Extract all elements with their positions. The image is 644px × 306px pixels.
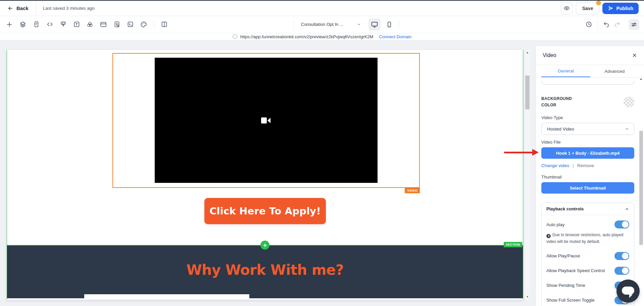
video-file-button[interactable]: Hook 1 + Body - Elizabeth.mp4 <box>541 147 634 159</box>
status-circle-icon <box>233 34 237 39</box>
divider <box>36 1 36 16</box>
scroll-up-arrow[interactable]: ▲ <box>525 50 530 55</box>
video-type-label: Video Type <box>541 115 634 120</box>
last-saved-text: Last saved 3 minutes ago <box>43 6 95 11</box>
page-selector-value: Consultation Opt In ... <box>301 22 343 27</box>
chat-launcher-button[interactable] <box>616 279 640 303</box>
panel-header: Video ✕ <box>536 46 644 65</box>
change-video-link[interactable]: Change video <box>541 163 569 168</box>
desktop-view-button[interactable] <box>368 18 381 31</box>
tab-advanced[interactable]: Advanced <box>590 65 639 77</box>
chevron-down-icon <box>357 22 361 27</box>
arrow-left-icon <box>7 5 13 11</box>
tab-general[interactable]: General <box>541 65 590 77</box>
theme-button[interactable] <box>137 18 150 31</box>
scroll-down-arrow[interactable]: ▼ <box>525 295 530 299</box>
layers-icon <box>19 21 27 28</box>
page-selector-dropdown[interactable]: Consultation Opt In ... <box>301 22 361 27</box>
autoplay-note: iDue to browser restrictions, auto playe… <box>546 232 629 245</box>
eye-icon <box>563 5 570 11</box>
info-icon: i <box>546 234 551 238</box>
toggle-row: Allow Play/Pause <box>546 252 629 260</box>
video-player[interactable] <box>155 58 378 183</box>
publish-button[interactable]: Publish <box>602 3 639 14</box>
preview-button[interactable] <box>561 2 573 14</box>
full-screen-toggle-label: Show Full Screen Toggle <box>546 298 595 303</box>
add-element-button[interactable] <box>3 18 16 31</box>
divider <box>293 20 294 29</box>
cropped-input-field[interactable] <box>541 81 634 85</box>
back-button[interactable]: Back <box>0 1 36 16</box>
terminal-button[interactable] <box>123 18 137 31</box>
panel-scrollbar-thumb[interactable] <box>639 131 643 245</box>
card-button[interactable] <box>97 18 110 31</box>
video-type-select[interactable]: Hosted Video <box>541 123 634 135</box>
add-section-button[interactable]: + <box>260 241 269 250</box>
playback-speed-label: Allow Playback Speed Control <box>546 268 605 273</box>
undo-button[interactable] <box>601 19 612 30</box>
panel-scrollbar[interactable]: ▲ <box>639 77 643 306</box>
code-button[interactable] <box>43 18 56 31</box>
palette-icon <box>140 21 147 28</box>
top-bar-actions: Save Publish <box>561 2 644 14</box>
next-row-partial <box>84 294 249 298</box>
allow-play-pause-toggle[interactable] <box>614 252 629 260</box>
doc-search-button[interactable] <box>110 18 123 31</box>
background-color-row: BACKGROUND COLOR <box>541 96 634 108</box>
layers-button[interactable] <box>16 18 30 31</box>
panel-title: Video <box>543 52 556 58</box>
thumbnail-label: Thumbnail <box>541 174 634 180</box>
funnel-builder-app: Back Last saved 3 minutes ago Save Publi… <box>0 0 644 306</box>
settings-button[interactable] <box>629 19 639 30</box>
video-file-actions: Change video | Remove <box>541 163 634 168</box>
chat-bubble-tail <box>629 295 633 298</box>
publish-label: Publish <box>616 6 633 11</box>
connect-domain-link[interactable]: Connect Domain <box>379 34 411 39</box>
background-color-label: BACKGROUND COLOR <box>541 96 582 108</box>
redo-icon <box>614 21 621 28</box>
columns-button[interactable] <box>157 18 171 31</box>
save-label: Save <box>582 6 593 11</box>
allow-play-pause-label: Allow Play/Pause <box>546 253 580 258</box>
text-icon <box>73 21 80 28</box>
autoplay-toggle[interactable] <box>614 220 629 228</box>
preview-url: https://app.funnelcreationkit.com/v2/pre… <box>240 34 374 39</box>
history-button[interactable] <box>583 19 594 30</box>
transparent-color-swatch[interactable] <box>624 97 634 107</box>
canvas-scrollbar[interactable]: ▲ ▼ <box>525 50 530 300</box>
playback-controls-title: Playback controls <box>546 206 584 211</box>
shapes-button[interactable] <box>83 18 97 31</box>
chevron-up-icon <box>625 207 629 211</box>
cta-apply-button[interactable]: Click Here To Apply! <box>204 198 326 224</box>
playback-controls-header[interactable]: Playback controls <box>542 203 634 215</box>
panel-scroll-up-arrow[interactable]: ▲ <box>639 77 643 81</box>
panel-body: BACKGROUND COLOR Video Type Hosted Video… <box>536 81 644 306</box>
window-top-edge <box>0 0 644 1</box>
section-badge: SECTION <box>504 242 522 247</box>
remove-video-link[interactable]: Remove <box>577 163 594 168</box>
select-thumbnail-button[interactable]: Select Thumbnail <box>541 182 634 194</box>
plus-icon <box>6 21 13 28</box>
video-settings-panel: Video ✕ General Advanced BACKGROUND COLO… <box>536 46 644 306</box>
playback-speed-toggle[interactable] <box>614 267 629 275</box>
chat-bubble-icon <box>622 287 634 295</box>
save-button[interactable]: Save <box>576 2 600 14</box>
sliders-icon <box>631 21 637 28</box>
cta-apply-label: Click Here To Apply! <box>209 205 321 217</box>
redo-button[interactable] <box>612 19 623 30</box>
video-file-label: Video File <box>541 140 634 145</box>
mobile-view-button[interactable] <box>383 18 395 31</box>
toolbar-right-actions <box>583 19 644 30</box>
device-toggle-group <box>368 18 395 31</box>
paint-brush-button[interactable] <box>56 18 70 31</box>
page-canvas[interactable]: VIDEO Click Here To Apply! + SECTION Why… <box>7 50 523 300</box>
why-work-section[interactable]: Why Work With me? <box>7 246 523 298</box>
video-element-selection[interactable]: VIDEO <box>112 53 420 188</box>
chevron-down-icon <box>625 126 629 131</box>
autoplay-row: Auto play <box>546 220 629 228</box>
form-button[interactable] <box>30 18 43 31</box>
canvas-scrollbar-thumb[interactable] <box>525 75 530 109</box>
text-button[interactable] <box>70 18 83 31</box>
close-icon[interactable]: ✕ <box>632 53 637 58</box>
panel-tabs: General Advanced <box>536 65 644 78</box>
